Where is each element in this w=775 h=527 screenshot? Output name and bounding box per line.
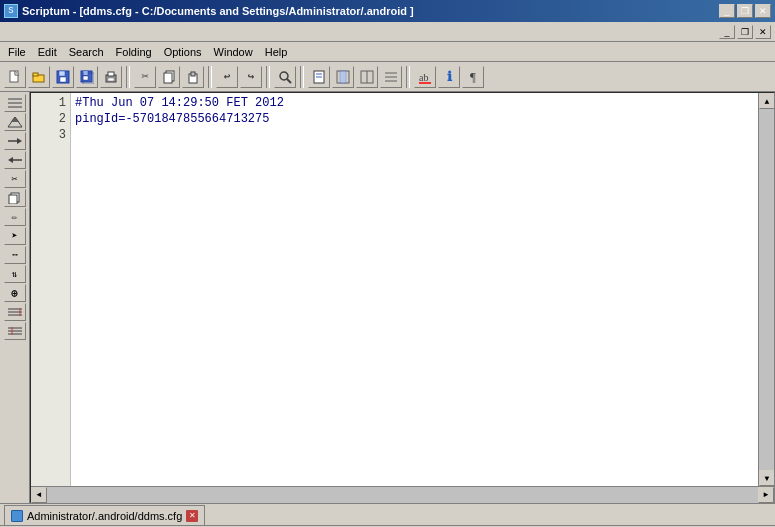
- menu-edit[interactable]: Edit: [32, 44, 63, 60]
- toolbar-separator-3: [266, 66, 270, 88]
- left-btn-2[interactable]: [4, 113, 26, 131]
- svg-rect-5: [59, 71, 65, 76]
- svg-rect-15: [164, 73, 172, 83]
- left-btn-lines2[interactable]: [4, 322, 26, 340]
- menu-window[interactable]: Window: [208, 44, 259, 60]
- svg-marker-36: [17, 138, 22, 144]
- left-btn-lines1[interactable]: [4, 303, 26, 321]
- window-restore-btn[interactable]: ❐: [737, 4, 753, 18]
- editor-inner: 1 2 3 #Thu Jun 07 14:29:50 FET 2012 ping…: [31, 93, 774, 486]
- vertical-scrollbar: ▲ ▼: [758, 93, 774, 486]
- inner-restore-btn[interactable]: ❐: [737, 25, 753, 39]
- scroll-left-btn[interactable]: ◄: [31, 487, 47, 503]
- scroll-down-btn[interactable]: ▼: [759, 470, 774, 486]
- toolbar-separator-2: [208, 66, 212, 88]
- left-btn-3[interactable]: [4, 132, 26, 150]
- line-number-2: 2: [35, 111, 66, 127]
- left-toolbar: ✂ ✏ ➤ ⋯ ⇅ ⊕: [0, 92, 30, 503]
- undo-btn[interactable]: ↩: [216, 66, 238, 88]
- inner-close-btn[interactable]: ✕: [755, 25, 771, 39]
- tab-close-btn[interactable]: ✕: [186, 510, 198, 522]
- svg-rect-3: [33, 73, 38, 76]
- svg-text:ab: ab: [419, 72, 428, 83]
- svg-rect-13: [108, 78, 114, 81]
- left-btn-dots[interactable]: ⋯: [4, 246, 26, 264]
- bookmarks-btn[interactable]: [308, 66, 330, 88]
- cut-btn[interactable]: ✂: [134, 66, 156, 88]
- menu-search[interactable]: Search: [63, 44, 110, 60]
- line-number-1: 1: [35, 95, 66, 111]
- scroll-track-h[interactable]: [47, 487, 758, 503]
- copy-btn[interactable]: [158, 66, 180, 88]
- svg-rect-40: [9, 195, 17, 204]
- left-btn-shuffle[interactable]: ⇅: [4, 265, 26, 283]
- menu-file[interactable]: File: [2, 44, 32, 60]
- window-minimize-btn[interactable]: _: [719, 4, 735, 18]
- menu-help[interactable]: Help: [259, 44, 294, 60]
- left-btn-pen[interactable]: ✏: [4, 208, 26, 226]
- svg-rect-12: [108, 72, 114, 76]
- scroll-up-btn[interactable]: ▲: [759, 93, 774, 109]
- menu-folding[interactable]: Folding: [110, 44, 158, 60]
- scroll-track-v[interactable]: [759, 109, 774, 470]
- info-btn[interactable]: ℹ: [438, 66, 460, 88]
- toolbar: ✂ ↩ ↪ ab ℹ ¶: [0, 62, 775, 92]
- tab-file-icon: [11, 510, 23, 522]
- menu-options[interactable]: Options: [158, 44, 208, 60]
- spell-check-btn[interactable]: ab: [414, 66, 436, 88]
- tab-label: Administrator/.android/ddms.cfg: [27, 510, 182, 522]
- svg-rect-24: [340, 71, 346, 83]
- left-btn-plus[interactable]: ⊕: [4, 284, 26, 302]
- title-controls: _ ❐ ✕: [719, 4, 771, 18]
- svg-rect-17: [191, 72, 195, 76]
- left-btn-4[interactable]: [4, 151, 26, 169]
- left-btn-1[interactable]: [4, 94, 26, 112]
- file-tab[interactable]: Administrator/.android/ddms.cfg ✕: [4, 505, 205, 525]
- toolbar-separator-5: [406, 66, 410, 88]
- tab-bar: Administrator/.android/ddms.cfg ✕: [0, 503, 775, 525]
- svg-marker-37: [8, 157, 13, 163]
- new-file-btn[interactable]: [4, 66, 26, 88]
- svg-rect-6: [60, 77, 66, 82]
- line-numbers: 1 2 3: [31, 93, 71, 486]
- line-2-text: pingId=-5701847855664713275: [75, 112, 269, 126]
- find-btn[interactable]: [274, 66, 296, 88]
- line-numbers-btn[interactable]: [380, 66, 402, 88]
- main-container: ✂ ✏ ➤ ⋯ ⇅ ⊕ 1 2 3 #Thu Jun 07 14:29:50 F…: [0, 92, 775, 503]
- horizontal-scrollbar: ◄ ►: [31, 486, 774, 502]
- print-btn[interactable]: [100, 66, 122, 88]
- save-all-btn[interactable]: [76, 66, 98, 88]
- svg-point-18: [280, 72, 288, 80]
- window-close-btn[interactable]: ✕: [755, 4, 771, 18]
- line-1-text: #Thu Jun 07 14:29:50 FET 2012: [75, 96, 284, 110]
- svg-line-19: [287, 79, 291, 83]
- redo-btn[interactable]: ↪: [240, 66, 262, 88]
- window-title: Scriptum - [ddms.cfg - C:/Documents and …: [22, 5, 414, 17]
- left-btn-scissors[interactable]: ✂: [4, 170, 26, 188]
- left-btn-arrow[interactable]: ➤: [4, 227, 26, 245]
- title-bar: S Scriptum - [ddms.cfg - C:/Documents an…: [0, 0, 775, 22]
- paragraph-btn[interactable]: ¶: [462, 66, 484, 88]
- line-number-3: 3: [35, 127, 66, 143]
- left-btn-copy[interactable]: [4, 189, 26, 207]
- save-file-btn[interactable]: [52, 66, 74, 88]
- toolbar-separator-1: [126, 66, 130, 88]
- split-view-btn[interactable]: [356, 66, 378, 88]
- inner-minimize-btn[interactable]: _: [719, 25, 735, 39]
- editor-text[interactable]: #Thu Jun 07 14:29:50 FET 2012 pingId=-57…: [71, 93, 758, 486]
- scroll-right-btn[interactable]: ►: [758, 487, 774, 503]
- editor-area: 1 2 3 #Thu Jun 07 14:29:50 FET 2012 ping…: [30, 92, 775, 503]
- app-icon: S: [4, 4, 18, 18]
- svg-rect-9: [83, 76, 88, 80]
- toolbar-separator-4: [300, 66, 304, 88]
- open-file-btn[interactable]: [28, 66, 50, 88]
- column-select-btn[interactable]: [332, 66, 354, 88]
- menu-bar: File Edit Search Folding Options Window …: [0, 42, 775, 62]
- paste-btn[interactable]: [182, 66, 204, 88]
